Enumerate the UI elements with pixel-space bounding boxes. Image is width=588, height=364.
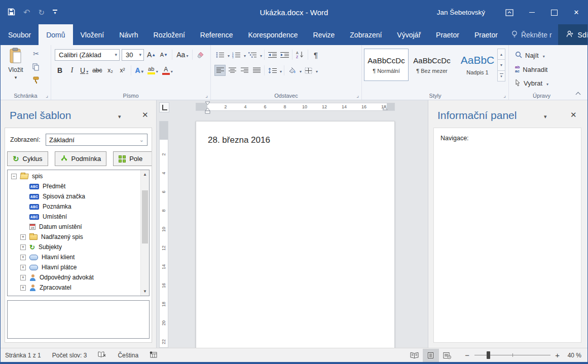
justify-icon[interactable] — [251, 65, 262, 76]
word-count[interactable]: Počet slov: 3 — [52, 352, 87, 359]
tab-nvrh-3[interactable]: Návrh — [112, 24, 145, 45]
close-button[interactable] — [565, 1, 587, 24]
web-layout-icon[interactable] — [439, 349, 455, 362]
zoom-in-icon[interactable]: + — [554, 351, 562, 359]
horizontal-ruler[interactable]: 24681012141618 — [196, 103, 395, 111]
style-card[interactable]: AaBbCcDc¶ Normální — [364, 49, 409, 81]
align-center-icon[interactable] — [227, 65, 238, 76]
align-left-icon[interactable] — [214, 65, 226, 76]
select-button[interactable]: Vybrat — [515, 77, 548, 89]
styles-more-icon[interactable] — [497, 70, 505, 82]
clear-formatting-icon[interactable] — [196, 49, 206, 61]
template-panel-close-icon[interactable] — [142, 110, 149, 119]
zoom-out-icon[interactable]: − — [463, 351, 471, 359]
styles-scroll-down-icon[interactable]: ▼ — [497, 59, 505, 70]
cycle-button[interactable]: Cyklus — [7, 151, 48, 166]
zoom-thumb[interactable] — [487, 351, 490, 359]
copy-icon[interactable] — [31, 62, 41, 71]
tree-item[interactable]: ABCPoznámka — [8, 201, 140, 212]
text-effects-button[interactable]: A — [134, 65, 144, 76]
right-indent-marker-icon[interactable] — [382, 106, 388, 112]
share-button[interactable]: Sdílet — [558, 24, 588, 45]
tab-soubor-0[interactable]: Soubor — [1, 24, 39, 45]
tree-item[interactable]: +Zpracovatel — [8, 282, 140, 293]
tab-selector-icon[interactable] — [159, 102, 169, 112]
line-spacing-dropdown[interactable] — [279, 66, 282, 75]
sort-icon[interactable]: AZ — [295, 49, 306, 60]
tree-expander-icon[interactable]: + — [20, 265, 26, 270]
show-marks-icon[interactable] — [310, 49, 321, 60]
read-mode-icon[interactable] — [407, 349, 423, 362]
info-panel-close-icon[interactable] — [570, 110, 577, 119]
paragraph-dialog-launcher-icon[interactable] — [356, 93, 359, 98]
tree-expander-icon[interactable]: + — [20, 234, 26, 240]
clipboard-dialog-launcher-icon[interactable] — [46, 93, 48, 98]
highlight-button[interactable]: ab — [146, 65, 159, 76]
tab-praetor-10[interactable]: Praetor — [428, 24, 467, 45]
numbering-dropdown[interactable] — [243, 50, 246, 59]
tree-expander-icon[interactable]: + — [20, 275, 26, 280]
bullets-dropdown[interactable] — [227, 50, 230, 59]
template-panel-menu-icon[interactable] — [118, 113, 121, 120]
tab-dom-1[interactable]: Domů — [39, 24, 72, 45]
shrink-font-button[interactable]: A▼ — [159, 49, 169, 61]
tab-revize-7[interactable]: Revize — [306, 24, 343, 45]
maximize-button[interactable] — [543, 1, 565, 24]
print-layout-icon[interactable] — [423, 349, 439, 362]
minimize-button[interactable] — [521, 1, 543, 24]
vertical-ruler[interactable]: 246810121416182022 — [159, 121, 168, 348]
collapse-ribbon-icon[interactable] — [576, 91, 580, 96]
tab-vloen-2[interactable]: Vložení — [73, 24, 112, 45]
tree-item[interactable]: +Hlavní klient — [8, 252, 140, 262]
borders-dropdown[interactable] — [315, 66, 318, 75]
document-page[interactable]: 28. března 2016 — [196, 121, 395, 348]
tab-praetor-11[interactable]: Praetor — [467, 24, 505, 45]
macro-record-icon[interactable] — [150, 351, 157, 359]
increase-indent-icon[interactable] — [279, 49, 290, 60]
tab-zobrazen-8[interactable]: Zobrazení — [342, 24, 389, 45]
replace-button[interactable]: ab ac Nahradit — [515, 64, 547, 75]
style-card[interactable]: AaBbCcDc¶ Bez mezer — [410, 49, 454, 81]
underline-button[interactable]: U — [79, 65, 89, 76]
line-spacing-icon[interactable] — [267, 65, 278, 76]
tree-item[interactable]: 15Datum umístění — [8, 222, 140, 232]
find-button[interactable]: Najít — [515, 50, 545, 61]
font-name-combo[interactable]: Calibri (Základ — [55, 49, 120, 61]
superscript-button[interactable]: x² — [118, 65, 128, 76]
italic-button[interactable]: I — [67, 65, 77, 76]
proofing-icon[interactable] — [98, 351, 106, 359]
multilevel-dropdown[interactable] — [259, 50, 262, 59]
styles-scroll-up-icon[interactable]: ▲ — [497, 49, 505, 60]
zoom-slider[interactable]: − + — [463, 351, 562, 359]
format-painter-icon[interactable] — [31, 75, 41, 85]
subscript-button[interactable]: x₂ — [105, 65, 116, 76]
decrease-indent-icon[interactable] — [267, 49, 278, 60]
tab-reference-5[interactable]: Reference — [193, 24, 241, 45]
tab-rozloen-4[interactable]: Rozložení — [146, 24, 193, 45]
scroll-up-icon[interactable]: ▲ — [141, 171, 149, 178]
tab-korespondence-6[interactable]: Korespondence — [240, 24, 305, 45]
style-card[interactable]: AaBbCNadpis 1 — [455, 49, 500, 81]
tree-expander-icon[interactable]: − — [11, 174, 17, 179]
account-name[interactable]: Jan Šebetovský — [437, 9, 485, 16]
tree-item[interactable]: +Odpovědný advokát — [8, 272, 140, 282]
tree-expander-icon[interactable]: + — [20, 285, 26, 291]
font-size-combo[interactable]: 30 — [122, 49, 144, 61]
shading-icon[interactable] — [286, 65, 298, 76]
strikethrough-button[interactable]: abc — [91, 65, 103, 76]
tree-item[interactable]: +Nadřazený spis — [8, 232, 140, 242]
page-indicator[interactable]: Stránka 1 z 1 — [5, 352, 41, 359]
multilevel-list-icon[interactable] — [247, 49, 258, 60]
document-text[interactable]: 28. března 2016 — [208, 135, 270, 145]
change-case-button[interactable]: Aa — [175, 49, 189, 61]
grow-font-button[interactable]: A▲ — [146, 49, 157, 61]
tree-item[interactable]: ABCUmístění — [8, 212, 140, 222]
scroll-down-icon[interactable]: ▼ — [141, 288, 149, 295]
shading-dropdown[interactable] — [299, 66, 302, 75]
bold-button[interactable]: B — [55, 65, 65, 76]
tab-vvoj-9[interactable]: Vývojář — [389, 24, 428, 45]
ribbon-display-options-icon[interactable] — [498, 1, 521, 24]
tell-me-box[interactable]: Řekněte r — [505, 24, 558, 45]
tree-item[interactable]: ABCPředmět — [8, 181, 140, 191]
font-dialog-launcher-icon[interactable] — [205, 93, 208, 98]
